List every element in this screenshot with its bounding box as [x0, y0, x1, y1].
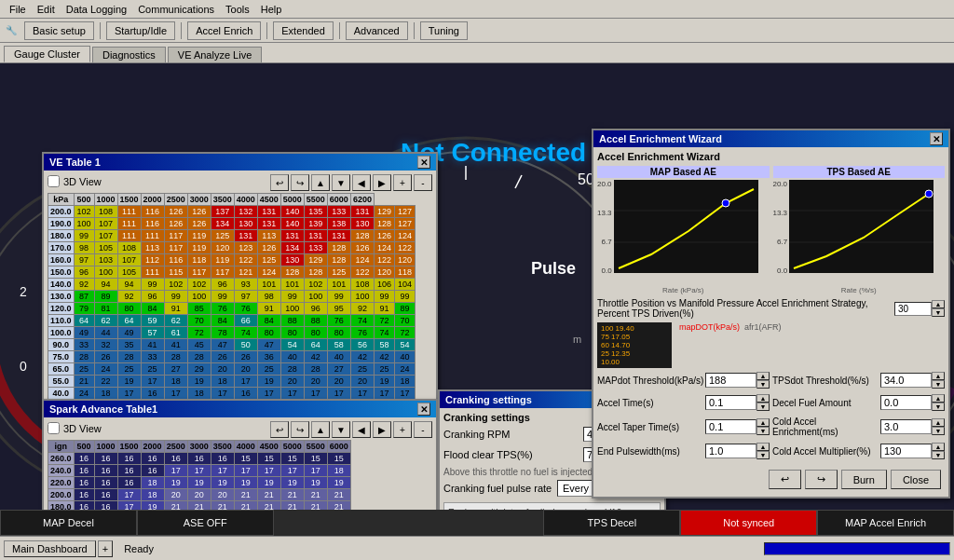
- tps-decel-panel: TPS Decel: [543, 510, 680, 536]
- add-dashboard-btn[interactable]: +: [98, 540, 113, 557]
- cold-mult-spinbox[interactable]: ▲ ▼: [880, 443, 945, 459]
- ve-table-close-btn[interactable]: ✕: [417, 156, 430, 169]
- mapdot-spinbox-btns: ▲ ▼: [756, 372, 770, 389]
- ve-3d-checkbox[interactable]: [48, 175, 60, 187]
- decel-fuel-up[interactable]: ▲: [932, 394, 945, 403]
- accel-taper-up[interactable]: ▲: [756, 418, 770, 427]
- spark-down-btn[interactable]: ▼: [332, 421, 350, 438]
- end-pulse-spinbox[interactable]: ▲ ▼: [705, 443, 770, 459]
- mapdot-up[interactable]: ▲: [756, 372, 770, 380]
- spark-redo-btn[interactable]: ↪: [291, 421, 309, 438]
- cold-accel-input[interactable]: [880, 419, 932, 434]
- spark-add-btn[interactable]: +: [393, 421, 412, 438]
- spark-undo-btn[interactable]: ↩: [270, 421, 289, 438]
- ve-right-btn[interactable]: ▶: [373, 174, 391, 191]
- main-dashboard-tab[interactable]: Main Dashboard: [4, 540, 96, 557]
- menu-file[interactable]: File: [4, 3, 32, 16]
- ve-up-btn[interactable]: ▲: [311, 174, 330, 191]
- decel-fuel-down[interactable]: ▼: [932, 403, 945, 411]
- cold-accel-spinbox-btns: ▲ ▼: [932, 418, 945, 435]
- ve-3d-label: 3D View: [63, 176, 102, 187]
- decel-fuel-input[interactable]: [880, 395, 932, 410]
- tpsdot-spinbox[interactable]: ▲ ▼: [880, 372, 945, 389]
- svg-text:0: 0: [20, 359, 27, 374]
- tpsdot-up[interactable]: ▲: [932, 372, 945, 380]
- ve-down-btn[interactable]: ▼: [332, 174, 350, 191]
- advanced-btn[interactable]: Advanced: [346, 21, 408, 40]
- end-pulse-input[interactable]: [705, 444, 756, 458]
- throttle-input[interactable]: [894, 302, 932, 316]
- ae-wizard-close-btn[interactable]: ✕: [930, 132, 943, 145]
- accel-time-row: Accel Time(s) ▲ ▼: [597, 394, 770, 411]
- menu-tools[interactable]: Tools: [220, 3, 255, 16]
- table-row: 100.0494449576172787480808080767472: [48, 327, 416, 339]
- ae-redo-btn[interactable]: ↪: [805, 470, 838, 489]
- mapdot-input[interactable]: [705, 373, 756, 388]
- accel-taper-down[interactable]: ▼: [756, 427, 770, 435]
- menu-edit[interactable]: Edit: [32, 3, 61, 16]
- cold-mult-input[interactable]: [880, 444, 932, 458]
- ae-close-btn[interactable]: Close: [891, 470, 941, 489]
- accel-taper-input[interactable]: [705, 419, 756, 434]
- ae-burn-btn[interactable]: Burn: [841, 470, 887, 489]
- extended-btn[interactable]: Extended: [273, 21, 333, 40]
- accel-time-down[interactable]: ▼: [756, 403, 770, 411]
- decel-fuel-spinbox[interactable]: ▲ ▼: [880, 394, 945, 411]
- mapdot-row: MAPdot Threshold(kPa/s) ▲ ▼: [597, 372, 770, 389]
- basic-setup-btn[interactable]: Basic setup: [24, 21, 94, 40]
- menu-datalogging[interactable]: Data Logging: [61, 3, 132, 16]
- accel-taper-spinbox[interactable]: ▲ ▼: [705, 418, 770, 435]
- map-decel-panel: MAP Decel: [0, 510, 137, 536]
- cold-accel-down[interactable]: ▼: [932, 427, 945, 435]
- spark-sub-btn[interactable]: -: [414, 421, 432, 438]
- spark-table-titlebar: Spark Advance Table1 ✕: [44, 401, 436, 417]
- spark-table-close-btn[interactable]: ✕: [417, 403, 430, 416]
- ve-redo-btn[interactable]: ↪: [291, 174, 309, 191]
- throttle-down[interactable]: ▼: [932, 308, 945, 317]
- startup-idle-btn[interactable]: Startup/Idle: [106, 21, 175, 40]
- ve-sub-btn[interactable]: -: [414, 174, 432, 191]
- spark-up-btn[interactable]: ▲: [311, 421, 330, 438]
- tabbar: Gauge Cluster Diagnostics VE Analyze Liv…: [0, 43, 954, 63]
- menu-help[interactable]: Help: [255, 3, 288, 16]
- bottom-panels: MAP Decel ASE OFF TPS Decel Not synced M…: [0, 510, 954, 536]
- ae-number-display: 100 19.40 75 17.05 60 14.70 25 12.35 10.…: [597, 322, 945, 368]
- tps-y-max: 20.0: [773, 180, 788, 188]
- accel-enrich-btn[interactable]: Accel Enrich: [187, 21, 261, 40]
- accel-time-spinbox[interactable]: ▲ ▼: [705, 394, 770, 411]
- mapdot-down[interactable]: ▼: [756, 380, 770, 389]
- ae-undo-btn[interactable]: ↩: [769, 470, 801, 489]
- cold-accel-up[interactable]: ▲: [932, 418, 945, 427]
- end-pulse-spinbox-btns: ▲ ▼: [756, 443, 770, 459]
- cold-mult-spinbox-btns: ▲ ▼: [932, 443, 945, 459]
- table-row: 40.0241817161718171617171717171717: [48, 388, 416, 400]
- accel-time-up[interactable]: ▲: [756, 394, 770, 403]
- tab-diagnostics[interactable]: Diagnostics: [92, 47, 166, 62]
- spark-3d-label[interactable]: 3D View: [48, 422, 102, 434]
- mapdot-spinbox[interactable]: ▲ ▼: [705, 372, 770, 389]
- spark-3d-checkbox[interactable]: [48, 422, 60, 434]
- tab-gauge-cluster[interactable]: Gauge Cluster: [4, 46, 90, 62]
- throttle-up[interactable]: ▲: [932, 300, 945, 308]
- tpsdot-input[interactable]: [880, 373, 932, 388]
- spark-right-btn[interactable]: ▶: [373, 421, 391, 438]
- cold-mult-up[interactable]: ▲: [932, 443, 945, 451]
- cold-mult-down[interactable]: ▼: [932, 451, 945, 459]
- end-pulse-up[interactable]: ▲: [756, 443, 770, 451]
- end-pulse-down[interactable]: ▼: [756, 451, 770, 459]
- tuning-btn[interactable]: Tuning: [420, 21, 468, 40]
- tab-ve-analyze-live[interactable]: VE Analyze Live: [168, 47, 263, 62]
- menu-communications[interactable]: Communications: [132, 3, 220, 16]
- ve-left-btn[interactable]: ◀: [352, 174, 371, 191]
- ve-undo-btn[interactable]: ↩: [270, 174, 289, 191]
- decel-fuel-label: Decel Fuel Amount: [772, 398, 880, 408]
- ve-add-btn[interactable]: +: [393, 174, 412, 191]
- accel-time-input[interactable]: [705, 395, 756, 410]
- tpsdot-down[interactable]: ▼: [932, 380, 945, 389]
- ve-3d-checkbox-label[interactable]: 3D View: [48, 175, 102, 187]
- spark-left-btn[interactable]: ◀: [352, 421, 371, 438]
- cold-accel-spinbox[interactable]: ▲ ▼: [880, 418, 945, 435]
- throttle-spinbox[interactable]: ▲ ▼: [894, 300, 945, 317]
- table-row: 240.0161616161717171717171718: [48, 465, 351, 477]
- table-row: 110.0646264596270846684888876747270: [48, 315, 416, 327]
